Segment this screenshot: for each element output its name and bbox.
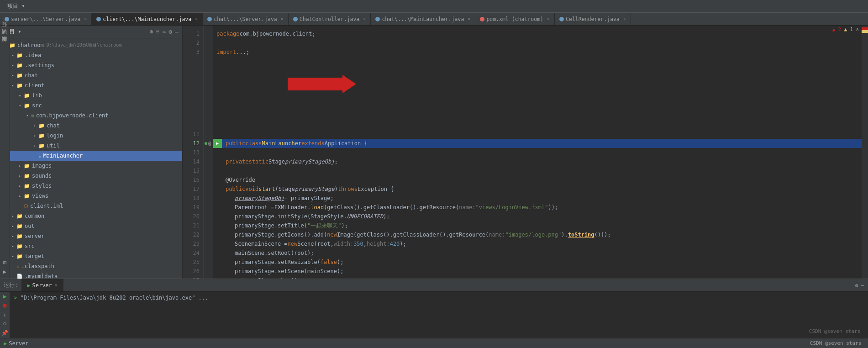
tree-label: sounds	[32, 173, 52, 179]
folder-icon: 📁	[16, 223, 23, 229]
tree-item-server[interactable]: ▸ 📁 server	[0, 231, 182, 241]
tree-item-util[interactable]: ▸ 📁 util	[0, 141, 182, 151]
tab-pom-xml[interactable]: pom.xml (chatroom) ×	[475, 13, 555, 25]
tree-item-myumldata[interactable]: 📄 .myumldata	[0, 271, 182, 279]
terminal-arrow: >	[14, 295, 17, 301]
tree-item-mainlauncher[interactable]: ☕ MainLauncher	[0, 151, 182, 161]
folder-icon: 📁	[16, 233, 23, 239]
tab-chat-server[interactable]: chat\...\Server.java ×	[203, 13, 289, 25]
terminal-clear-btn[interactable]: ⊝	[0, 319, 10, 328]
code-editor[interactable]: package com.bjpowernode.client; import .…	[213, 26, 862, 279]
left-icon-run[interactable]: 运行	[0, 29, 9, 33]
tree-item-settings[interactable]: ▸ 📁 .settings	[0, 60, 182, 70]
tree-label: common	[25, 213, 44, 219]
tree-item-chatroom[interactable]: ▾ 📁 chatroom D:\Java_dm\IDEA项目\chatroom	[0, 40, 182, 50]
tab-close[interactable]: ×	[623, 16, 626, 21]
terminal-run-btn[interactable]: ▶	[0, 292, 10, 301]
arrow-head	[342, 75, 356, 93]
tree-item-styles[interactable]: ▸ 📁 styles	[0, 181, 182, 191]
tree-item-common[interactable]: ▸ 📁 common	[0, 211, 182, 221]
tree-item-login[interactable]: ▸ 📁 login	[0, 131, 182, 141]
tab-close[interactable]: ×	[195, 16, 198, 21]
line-num: 11	[183, 130, 200, 139]
gutter-mark-run: ● @ ›	[205, 139, 212, 148]
settings-icon[interactable]: ⚙	[168, 28, 172, 35]
tab-close[interactable]: ×	[468, 16, 470, 21]
tree-item-lib[interactable]: ▸ 📁 lib	[0, 90, 182, 100]
keyword: package	[216, 29, 240, 38]
folder-icon: 📁	[16, 83, 23, 89]
main-area: 项目 ▾ ⊕ ≡ ⇒ ⚙ — ▾ 📁 chatroom D:\Java_dm\I…	[0, 26, 868, 279]
tree-item-idea[interactable]: ▸ 📁 .idea	[0, 50, 182, 60]
folder-icon: 📁	[9, 42, 16, 48]
code-text: ));	[548, 203, 558, 212]
left-icon-vcs[interactable]: 版本控制	[0, 44, 9, 47]
code-text: ()));	[594, 230, 611, 239]
minimize-icon[interactable]: —	[175, 28, 179, 35]
settings-icon[interactable]: ⚙	[855, 282, 858, 289]
tree-label: target	[25, 253, 44, 259]
build-icon[interactable]: ▶	[3, 269, 6, 275]
tree-arrow: ▸	[9, 73, 16, 78]
tree-item-chat[interactable]: ▸ 📁 chat	[0, 70, 182, 80]
keyword: false	[321, 258, 337, 267]
tree-item-client[interactable]: ▾ 📁 client	[0, 80, 182, 90]
tab-client-main[interactable]: client\...\MainLauncher.java ×	[92, 13, 203, 25]
menu-project[interactable]: 项目 ▾	[4, 2, 28, 10]
tab-close[interactable]: ×	[363, 16, 366, 21]
tree-item-src[interactable]: ▾ 📁 src	[0, 100, 182, 111]
tree-label: .classpath	[21, 263, 54, 269]
collapse-icon[interactable]: —	[861, 282, 864, 289]
left-icons-bottom: ⊞ ▶	[3, 259, 6, 279]
tree-item-sounds[interactable]: ▸ 📁 sounds	[0, 171, 182, 181]
classpath-icon: ☕	[16, 264, 20, 269]
tab-close[interactable]: ×	[547, 16, 550, 21]
arrow-annotation	[288, 75, 356, 93]
folder-icon: 📁	[16, 53, 23, 58]
tab-chat-controller[interactable]: ChatController.java ×	[289, 13, 371, 25]
tree-item-target[interactable]: ▸ 📁 target	[0, 251, 182, 261]
tab-server-java[interactable]: server\...\Server.java ×	[0, 13, 92, 25]
tree-item-chat-pkg[interactable]: ▸ 📁 chat	[0, 121, 182, 131]
terminal-scroll-btn[interactable]: ↓	[0, 310, 10, 319]
tree-item-classpath[interactable]: ☕ .classpath	[0, 261, 182, 271]
code-text: Scene(root,	[297, 239, 333, 248]
tree-label: server	[25, 233, 44, 239]
sync-icon[interactable]: ⊕	[150, 28, 153, 35]
hint: height:	[367, 239, 390, 248]
tree-item-src2[interactable]: ▸ 📁 src	[0, 241, 182, 251]
terminal-output: > "D:\Program Files\Java\jdk-8u202-oracl…	[10, 292, 868, 338]
string: "images/logo.png"	[505, 230, 561, 239]
keyword: import	[216, 47, 236, 57]
tree-item-views[interactable]: ▸ 📁 views	[0, 191, 182, 201]
tree-label: client.iml	[30, 203, 63, 209]
tree-item-package[interactable]: ▾ ⊞ com.bjpowernode.client	[0, 111, 182, 121]
tree-label: images	[32, 163, 52, 169]
expand-icon[interactable]: ⇒	[163, 28, 166, 35]
run-button[interactable]	[213, 139, 222, 148]
line-numbers: 1 2 3 11 12 13 14 15 16 17 18 19 20 21 2…	[183, 26, 204, 279]
list-icon[interactable]: ≡	[156, 28, 160, 35]
tree-arrow: ▸	[16, 93, 24, 98]
tree-item-client-iml[interactable]: ⬡ client.iml	[0, 201, 182, 211]
tree-arrow: ▸	[16, 194, 24, 198]
folder-icon: 📁	[24, 93, 30, 99]
type: Stage	[279, 185, 295, 194]
code-text: (	[275, 185, 278, 194]
tab-close[interactable]: ×	[84, 16, 87, 21]
tree-arrow: ▸	[31, 143, 38, 148]
tree-item-out[interactable]: ▸ 📁 out	[0, 221, 182, 231]
bottom-tab-close[interactable]: ×	[55, 283, 58, 288]
terminal-pin-btn[interactable]: 📌	[0, 328, 10, 337]
folder-icon: 📁	[16, 63, 23, 69]
terminal-stop-btn[interactable]: ■	[0, 301, 10, 310]
tab-cell-renderer[interactable]: CellRenderer.java ×	[555, 13, 631, 25]
tab-chat-main[interactable]: chat\...\MainLauncher.java ×	[371, 13, 475, 25]
type: FXMLLoader	[274, 203, 307, 212]
tab-close[interactable]: ×	[281, 16, 284, 21]
tree-item-images[interactable]: ▸ 📁 images	[0, 161, 182, 171]
keyword: public	[226, 185, 245, 194]
left-icon-debug[interactable]: 调试	[0, 37, 9, 40]
terminal-icon[interactable]: ⊞	[3, 259, 6, 266]
bottom-tab-server[interactable]: ▶ Server ×	[21, 279, 63, 291]
